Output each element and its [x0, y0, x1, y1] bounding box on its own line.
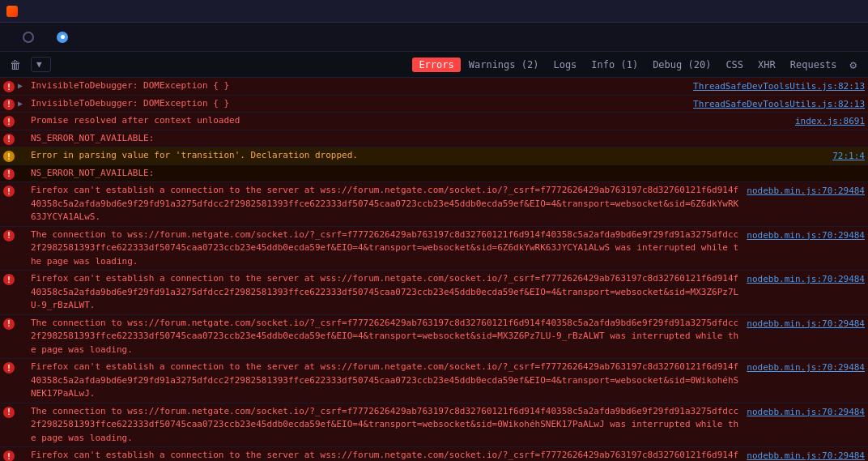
row-icon-error: !: [3, 230, 15, 241]
app-icon: [6, 6, 18, 17]
parent-radio[interactable]: [23, 32, 34, 43]
log-source[interactable]: nodebb.min.js:70:29484: [747, 407, 865, 417]
log-row: ! The connection to wss://forum.netgate.…: [0, 227, 868, 271]
log-source[interactable]: index.js:8691: [795, 116, 865, 126]
row-icon-error: !: [3, 362, 15, 373]
log-row: ! The connection to wss://forum.netgate.…: [0, 403, 868, 448]
log-message: Firefox can't establish a connection to …: [31, 449, 743, 461]
log-message: Error in parsing value for 'transition'.…: [31, 149, 829, 163]
multiprocess-radio[interactable]: [57, 32, 68, 43]
log-message: NS_ERROR_NOT_AVAILABLE:: [31, 132, 865, 146]
log-message: The connection to wss://forum.netgate.co…: [31, 405, 743, 446]
log-message: Firefox can't establish a connection to …: [31, 361, 743, 401]
row-icon-error: !: [3, 134, 15, 145]
log-row: ! Firefox can't establish a connection t…: [0, 447, 868, 461]
titlebar: [0, 0, 868, 23]
log-message: NS_ERROR_NOT_AVAILABLE:: [31, 167, 865, 181]
expand-arrow[interactable]: ▶: [18, 81, 28, 90]
row-icon-error: !: [3, 81, 15, 92]
log-message: The connection to wss://forum.netgate.co…: [31, 317, 743, 357]
maximize-button[interactable]: [832, 6, 844, 17]
tab-debug[interactable]: Debug (20): [646, 58, 717, 72]
log-source[interactable]: nodebb.min.js:70:29484: [747, 274, 865, 284]
log-row: ! Error in parsing value for 'transition…: [0, 147, 868, 165]
expand-arrow[interactable]: ▶: [18, 99, 28, 108]
log-message: The connection to wss://forum.netgate.co…: [31, 228, 743, 269]
row-icon-error: !: [3, 318, 15, 330]
console-content: !▶InvisibleToDebugger: DOMException { }T…: [0, 78, 868, 461]
log-row: !▶InvisibleToDebugger: DOMException { }T…: [0, 78, 868, 96]
radio-dot: [61, 35, 65, 39]
log-source[interactable]: nodebb.min.js:70:29484: [747, 362, 865, 373]
parent-process-mode[interactable]: [23, 32, 44, 43]
row-icon-error: !: [3, 116, 15, 127]
log-row: ! Firefox can't establish a connection t…: [0, 359, 868, 403]
log-row: ! NS_ERROR_NOT_AVAILABLE:: [0, 130, 868, 148]
log-row: ! NS_ERROR_NOT_AVAILABLE:: [0, 165, 868, 183]
log-message: Firefox can't establish a connection to …: [31, 272, 743, 313]
settings-icon[interactable]: ⚙: [845, 57, 862, 73]
clear-button[interactable]: 🗑: [6, 57, 24, 73]
log-row: !▶InvisibleToDebugger: DOMException { }T…: [0, 96, 868, 113]
log-source[interactable]: ThreadSafeDevToolsUtils.js:82:13: [693, 81, 865, 92]
tab-requests[interactable]: Requests: [784, 58, 844, 72]
filter-icon: ▼: [36, 59, 42, 70]
log-source[interactable]: 72:1:4: [832, 151, 865, 161]
log-source[interactable]: nodebb.min.js:70:29484: [747, 186, 865, 196]
minimize-button[interactable]: [815, 6, 826, 17]
log-source[interactable]: ThreadSafeDevToolsUtils.js:82:13: [693, 99, 865, 109]
tab-logs[interactable]: Logs: [547, 58, 583, 72]
log-message: InvisibleToDebugger: DOMException { }: [31, 97, 690, 111]
row-icon-error: !: [3, 407, 15, 418]
log-message: InvisibleToDebugger: DOMException { }: [31, 79, 690, 93]
tabbar: Errors Warnings (2) Logs Info (1) Debug …: [412, 57, 862, 73]
tab-errors[interactable]: Errors: [412, 58, 460, 72]
tab-warnings[interactable]: Warnings (2): [462, 58, 546, 72]
row-icon-error: !: [3, 99, 15, 110]
tab-xhr[interactable]: XHR: [751, 58, 782, 72]
tab-info[interactable]: Info (1): [585, 58, 645, 72]
log-row: ! The connection to wss://forum.netgate.…: [0, 315, 868, 360]
row-icon-error: !: [3, 274, 15, 285]
modebar: [0, 23, 868, 52]
multiprocess-mode[interactable]: [57, 32, 78, 43]
log-source[interactable]: nodebb.min.js:70:29484: [747, 230, 865, 241]
log-row: ! Firefox can't establish a connection t…: [0, 182, 868, 227]
filter-output-button[interactable]: ▼: [31, 57, 51, 72]
log-message: Firefox can't establish a connection to …: [31, 184, 743, 224]
log-message: Promise resolved after context unloaded: [31, 114, 792, 128]
window-controls: [815, 6, 862, 17]
row-icon-error: !: [3, 186, 15, 197]
filterbar: 🗑 ▼ Errors Warnings (2) Logs Info (1) De…: [0, 52, 868, 78]
row-icon-warning: !: [3, 151, 15, 162]
close-button[interactable]: [850, 6, 862, 17]
log-source[interactable]: nodebb.min.js:70:29484: [747, 450, 865, 461]
log-row: ! Firefox can't establish a connection t…: [0, 271, 868, 315]
log-row: ! Promise resolved after context unloade…: [0, 113, 868, 130]
tab-css[interactable]: CSS: [719, 58, 750, 72]
log-source[interactable]: nodebb.min.js:70:29484: [747, 318, 865, 329]
row-icon-error: !: [3, 450, 15, 461]
row-icon-error: !: [3, 169, 15, 180]
